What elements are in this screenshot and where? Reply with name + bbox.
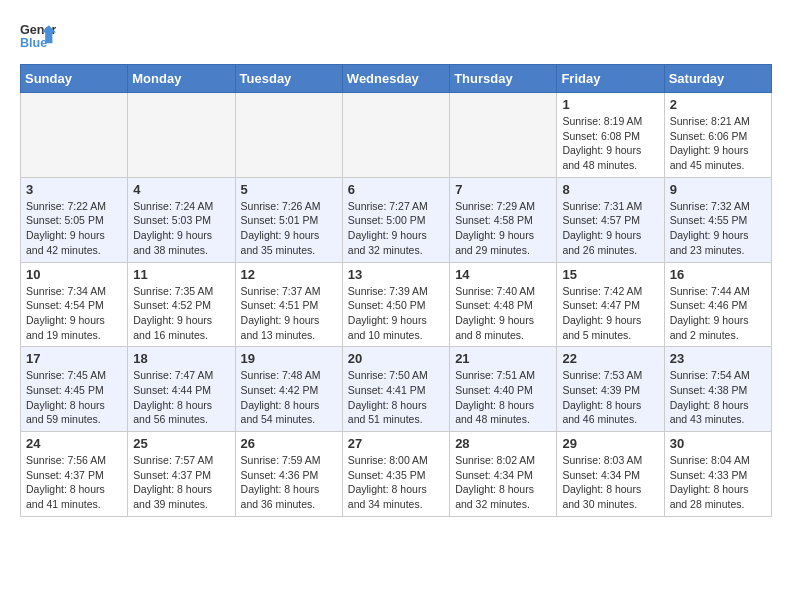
calendar-cell: 15Sunrise: 7:42 AM Sunset: 4:47 PM Dayli… [557,262,664,347]
calendar-cell: 30Sunrise: 8:04 AM Sunset: 4:33 PM Dayli… [664,432,771,517]
calendar-cell: 19Sunrise: 7:48 AM Sunset: 4:42 PM Dayli… [235,347,342,432]
day-number: 11 [133,267,229,282]
calendar-cell: 11Sunrise: 7:35 AM Sunset: 4:52 PM Dayli… [128,262,235,347]
calendar-cell: 5Sunrise: 7:26 AM Sunset: 5:01 PM Daylig… [235,177,342,262]
day-info: Sunrise: 7:32 AM Sunset: 4:55 PM Dayligh… [670,199,766,258]
weekday-header: Sunday [21,65,128,93]
calendar-cell: 2Sunrise: 8:21 AM Sunset: 6:06 PM Daylig… [664,93,771,178]
weekday-header: Tuesday [235,65,342,93]
calendar-cell: 18Sunrise: 7:47 AM Sunset: 4:44 PM Dayli… [128,347,235,432]
calendar-cell [342,93,449,178]
calendar-cell: 12Sunrise: 7:37 AM Sunset: 4:51 PM Dayli… [235,262,342,347]
day-number: 25 [133,436,229,451]
day-number: 17 [26,351,122,366]
day-info: Sunrise: 7:50 AM Sunset: 4:41 PM Dayligh… [348,368,444,427]
calendar-cell: 29Sunrise: 8:03 AM Sunset: 4:34 PM Dayli… [557,432,664,517]
calendar-cell: 24Sunrise: 7:56 AM Sunset: 4:37 PM Dayli… [21,432,128,517]
day-number: 19 [241,351,337,366]
calendar-week-row: 24Sunrise: 7:56 AM Sunset: 4:37 PM Dayli… [21,432,772,517]
day-number: 8 [562,182,658,197]
calendar-cell: 1Sunrise: 8:19 AM Sunset: 6:08 PM Daylig… [557,93,664,178]
day-number: 3 [26,182,122,197]
day-number: 24 [26,436,122,451]
day-info: Sunrise: 7:56 AM Sunset: 4:37 PM Dayligh… [26,453,122,512]
weekday-header: Thursday [450,65,557,93]
calendar-cell: 20Sunrise: 7:50 AM Sunset: 4:41 PM Dayli… [342,347,449,432]
day-info: Sunrise: 8:00 AM Sunset: 4:35 PM Dayligh… [348,453,444,512]
logo-icon: General Blue [20,18,56,54]
day-number: 26 [241,436,337,451]
day-info: Sunrise: 7:35 AM Sunset: 4:52 PM Dayligh… [133,284,229,343]
calendar-cell: 17Sunrise: 7:45 AM Sunset: 4:45 PM Dayli… [21,347,128,432]
day-number: 5 [241,182,337,197]
day-info: Sunrise: 7:47 AM Sunset: 4:44 PM Dayligh… [133,368,229,427]
calendar-cell: 7Sunrise: 7:29 AM Sunset: 4:58 PM Daylig… [450,177,557,262]
calendar-week-row: 17Sunrise: 7:45 AM Sunset: 4:45 PM Dayli… [21,347,772,432]
calendar-header-row: SundayMondayTuesdayWednesdayThursdayFrid… [21,65,772,93]
day-info: Sunrise: 8:03 AM Sunset: 4:34 PM Dayligh… [562,453,658,512]
day-number: 10 [26,267,122,282]
day-info: Sunrise: 8:02 AM Sunset: 4:34 PM Dayligh… [455,453,551,512]
calendar-week-row: 10Sunrise: 7:34 AM Sunset: 4:54 PM Dayli… [21,262,772,347]
day-number: 16 [670,267,766,282]
day-number: 13 [348,267,444,282]
calendar-cell: 6Sunrise: 7:27 AM Sunset: 5:00 PM Daylig… [342,177,449,262]
calendar-cell [450,93,557,178]
calendar-cell: 21Sunrise: 7:51 AM Sunset: 4:40 PM Dayli… [450,347,557,432]
svg-text:Blue: Blue [20,36,47,50]
day-number: 1 [562,97,658,112]
day-number: 12 [241,267,337,282]
day-info: Sunrise: 7:22 AM Sunset: 5:05 PM Dayligh… [26,199,122,258]
calendar-cell: 25Sunrise: 7:57 AM Sunset: 4:37 PM Dayli… [128,432,235,517]
day-info: Sunrise: 7:51 AM Sunset: 4:40 PM Dayligh… [455,368,551,427]
weekday-header: Friday [557,65,664,93]
weekday-header: Saturday [664,65,771,93]
day-number: 22 [562,351,658,366]
day-info: Sunrise: 7:26 AM Sunset: 5:01 PM Dayligh… [241,199,337,258]
day-info: Sunrise: 7:54 AM Sunset: 4:38 PM Dayligh… [670,368,766,427]
day-info: Sunrise: 8:04 AM Sunset: 4:33 PM Dayligh… [670,453,766,512]
day-number: 23 [670,351,766,366]
calendar-cell: 4Sunrise: 7:24 AM Sunset: 5:03 PM Daylig… [128,177,235,262]
calendar-cell [21,93,128,178]
calendar-cell: 27Sunrise: 8:00 AM Sunset: 4:35 PM Dayli… [342,432,449,517]
day-info: Sunrise: 7:29 AM Sunset: 4:58 PM Dayligh… [455,199,551,258]
calendar-week-row: 1Sunrise: 8:19 AM Sunset: 6:08 PM Daylig… [21,93,772,178]
day-number: 7 [455,182,551,197]
day-number: 21 [455,351,551,366]
day-info: Sunrise: 7:45 AM Sunset: 4:45 PM Dayligh… [26,368,122,427]
calendar-cell [235,93,342,178]
day-info: Sunrise: 7:37 AM Sunset: 4:51 PM Dayligh… [241,284,337,343]
day-number: 18 [133,351,229,366]
day-info: Sunrise: 7:34 AM Sunset: 4:54 PM Dayligh… [26,284,122,343]
day-info: Sunrise: 7:48 AM Sunset: 4:42 PM Dayligh… [241,368,337,427]
day-number: 15 [562,267,658,282]
day-info: Sunrise: 7:31 AM Sunset: 4:57 PM Dayligh… [562,199,658,258]
day-info: Sunrise: 7:40 AM Sunset: 4:48 PM Dayligh… [455,284,551,343]
day-info: Sunrise: 7:24 AM Sunset: 5:03 PM Dayligh… [133,199,229,258]
day-number: 27 [348,436,444,451]
calendar-cell: 8Sunrise: 7:31 AM Sunset: 4:57 PM Daylig… [557,177,664,262]
day-info: Sunrise: 7:44 AM Sunset: 4:46 PM Dayligh… [670,284,766,343]
day-info: Sunrise: 7:53 AM Sunset: 4:39 PM Dayligh… [562,368,658,427]
day-number: 6 [348,182,444,197]
day-number: 4 [133,182,229,197]
day-info: Sunrise: 7:59 AM Sunset: 4:36 PM Dayligh… [241,453,337,512]
calendar-cell: 13Sunrise: 7:39 AM Sunset: 4:50 PM Dayli… [342,262,449,347]
calendar-cell: 16Sunrise: 7:44 AM Sunset: 4:46 PM Dayli… [664,262,771,347]
calendar-cell: 9Sunrise: 7:32 AM Sunset: 4:55 PM Daylig… [664,177,771,262]
day-number: 14 [455,267,551,282]
day-info: Sunrise: 8:19 AM Sunset: 6:08 PM Dayligh… [562,114,658,173]
day-info: Sunrise: 7:42 AM Sunset: 4:47 PM Dayligh… [562,284,658,343]
day-info: Sunrise: 7:39 AM Sunset: 4:50 PM Dayligh… [348,284,444,343]
calendar-table: SundayMondayTuesdayWednesdayThursdayFrid… [20,64,772,517]
day-number: 2 [670,97,766,112]
calendar-cell: 14Sunrise: 7:40 AM Sunset: 4:48 PM Dayli… [450,262,557,347]
day-number: 28 [455,436,551,451]
calendar-week-row: 3Sunrise: 7:22 AM Sunset: 5:05 PM Daylig… [21,177,772,262]
day-info: Sunrise: 7:27 AM Sunset: 5:00 PM Dayligh… [348,199,444,258]
weekday-header: Monday [128,65,235,93]
calendar-cell: 26Sunrise: 7:59 AM Sunset: 4:36 PM Dayli… [235,432,342,517]
logo: General Blue [20,18,60,54]
calendar-cell [128,93,235,178]
